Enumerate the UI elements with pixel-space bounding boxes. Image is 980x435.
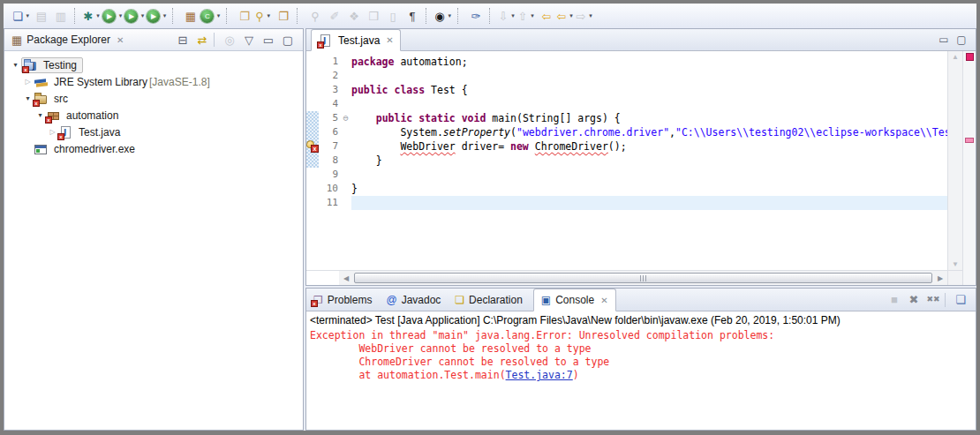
range-indicator[interactable] bbox=[306, 111, 319, 125]
mark-occurrences-button[interactable]: ✑ bbox=[466, 6, 486, 26]
link-with-editor-button[interactable]: ⇄ bbox=[192, 30, 212, 49]
user-button[interactable]: ◉▾ bbox=[434, 6, 454, 26]
error-line-marker[interactable] bbox=[965, 138, 974, 143]
scroll-right-icon[interactable]: ▶ bbox=[933, 274, 947, 282]
tree-item-src[interactable]: ▾xsrc bbox=[4, 90, 303, 107]
annotation-margin[interactable] bbox=[306, 55, 319, 69]
collapsed-arrow-icon[interactable]: ▷ bbox=[22, 78, 34, 86]
fold-margin bbox=[340, 83, 351, 97]
open-console-button[interactable]: ❏ bbox=[951, 290, 970, 310]
code-text[interactable] bbox=[351, 97, 947, 111]
dropdown-arrow-icon[interactable]: ▾ bbox=[586, 12, 594, 19]
code-text[interactable] bbox=[351, 69, 947, 83]
search-button[interactable]: ⚲▾ bbox=[254, 6, 274, 26]
tab-problems[interactable]: ❒xProblems bbox=[306, 289, 379, 311]
range-indicator[interactable] bbox=[306, 154, 319, 168]
error-lightbulb-icon[interactable]: x bbox=[306, 140, 319, 153]
code-token: WebDriver bbox=[400, 140, 455, 153]
code-text[interactable]: public static void main(String[] args) { bbox=[351, 111, 947, 125]
tree-item-automation[interactable]: ▾xautomation bbox=[4, 107, 303, 124]
expanded-arrow-icon[interactable]: ▾ bbox=[10, 61, 21, 69]
tab-javadoc[interactable]: @Javadoc bbox=[379, 289, 448, 311]
tab-declaration[interactable]: ❏Declaration bbox=[448, 289, 529, 311]
annotation-margin[interactable] bbox=[306, 182, 319, 196]
dropdown-arrow-icon[interactable]: ▾ bbox=[567, 12, 575, 19]
annotation-margin[interactable] bbox=[306, 83, 319, 97]
vertical-scrollbar[interactable]: ▲ ▼ bbox=[947, 51, 962, 270]
toolbar-separator bbox=[297, 8, 303, 24]
horizontal-scroll-thumb[interactable] bbox=[354, 273, 932, 283]
annotation-margin[interactable] bbox=[306, 196, 319, 210]
tree-item-chromedriver[interactable]: chromedriver.exe bbox=[4, 140, 303, 157]
maximize-button[interactable]: ▢ bbox=[953, 31, 970, 49]
code-text[interactable]: } bbox=[351, 182, 947, 196]
stack-trace-link[interactable]: Test.java:7 bbox=[506, 369, 573, 381]
annotation-margin[interactable] bbox=[306, 168, 319, 182]
range-indicator[interactable] bbox=[306, 125, 319, 139]
debug-button[interactable]: ✱▾ bbox=[83, 6, 102, 26]
code-text[interactable]: } bbox=[351, 154, 947, 168]
annotation-margin[interactable] bbox=[306, 69, 319, 83]
dropdown-arrow-icon[interactable]: ▾ bbox=[94, 12, 102, 19]
scroll-left-icon[interactable]: ◀ bbox=[339, 274, 353, 282]
forward-button[interactable]: ⇨▾ bbox=[576, 6, 595, 26]
run-button[interactable]: ▶▾ bbox=[102, 6, 124, 26]
tree-item-test-java[interactable]: ▷JxTest.java bbox=[4, 124, 303, 140]
minimize-button[interactable]: ▭ bbox=[935, 31, 953, 49]
dropdown-arrow-icon[interactable]: ▾ bbox=[24, 12, 32, 19]
tab-package-explorer[interactable]: ▦ Package Explorer ✕ bbox=[4, 29, 131, 50]
minimize-icon: ▭ bbox=[263, 34, 274, 47]
dropdown-arrow-icon[interactable]: ▾ bbox=[117, 12, 124, 19]
tree-item-jre-system-library[interactable]: ▷JRE System Library [JavaSE-1.8] bbox=[4, 73, 303, 90]
code-text[interactable] bbox=[351, 168, 947, 182]
back-button[interactable]: ⇦▾ bbox=[556, 6, 576, 26]
console-output[interactable]: <terminated> Test [Java Application] C:\… bbox=[306, 311, 976, 430]
open-task-button[interactable]: ❐ bbox=[235, 6, 254, 26]
fold-collapse-icon[interactable]: ⊖ bbox=[340, 111, 351, 125]
remove-launch-button[interactable]: ✖ bbox=[904, 290, 923, 310]
scroll-up-icon[interactable]: ▲ bbox=[952, 53, 959, 61]
back-icon: ⇦ bbox=[557, 10, 567, 23]
open-resource-button[interactable]: ❐ bbox=[274, 6, 293, 26]
new-java-class-button[interactable]: C▾ bbox=[200, 6, 222, 26]
dropdown-arrow-icon[interactable]: ▾ bbox=[139, 12, 147, 19]
close-icon[interactable]: ✕ bbox=[600, 296, 607, 305]
toolbar-separator bbox=[172, 8, 178, 24]
dropdown-arrow-icon[interactable]: ▾ bbox=[161, 12, 169, 19]
run-external-tools-button[interactable]: ▶▾ bbox=[147, 6, 169, 26]
tab-test-java[interactable]: Jx Test.java ✕ bbox=[311, 29, 401, 51]
code-editor[interactable]: 1package automation;23public class Test … bbox=[306, 51, 947, 270]
dropdown-arrow-icon[interactable]: ▾ bbox=[509, 12, 516, 19]
dropdown-arrow-icon[interactable]: ▾ bbox=[528, 12, 536, 19]
dropdown-arrow-icon[interactable]: ▾ bbox=[446, 12, 454, 19]
horizontal-scrollbar[interactable]: ◀ ▶ bbox=[306, 270, 947, 285]
run-coverage-button[interactable]: ▶▾ bbox=[124, 6, 147, 26]
new-java-package-button[interactable]: ▦ bbox=[181, 6, 200, 26]
code-line: 11 bbox=[306, 196, 947, 210]
maximize-button[interactable]: ▢ bbox=[278, 30, 298, 49]
code-text[interactable] bbox=[351, 196, 947, 210]
code-text[interactable]: public class Test { bbox=[351, 83, 947, 97]
collapse-all-button[interactable]: ⊟ bbox=[173, 30, 192, 49]
scroll-down-icon[interactable]: ▼ bbox=[952, 260, 959, 268]
toolbar-separator bbox=[457, 8, 464, 24]
view-menu-button[interactable]: ▽ bbox=[239, 30, 259, 49]
code-text[interactable]: System.setProperty("webdriver.chrome.dri… bbox=[351, 125, 947, 139]
remove-all-terminated-button[interactable]: ✖✖ bbox=[923, 290, 943, 310]
close-icon[interactable]: ✕ bbox=[386, 35, 393, 45]
tab-console[interactable]: ▣Console✕ bbox=[533, 289, 616, 311]
range-indicator[interactable]: x bbox=[306, 139, 319, 154]
close-icon[interactable]: ✕ bbox=[117, 35, 124, 45]
code-text[interactable]: package automation; bbox=[351, 55, 947, 69]
last-edit-location-button[interactable]: ⇦ bbox=[537, 6, 556, 26]
show-whitespace-button[interactable]: ¶ bbox=[403, 6, 422, 26]
annotation-margin[interactable] bbox=[306, 97, 319, 111]
new-button[interactable]: ❏▾ bbox=[12, 6, 32, 26]
dropdown-arrow-icon[interactable]: ▾ bbox=[265, 12, 273, 19]
code-text[interactable]: WebDriver driver= new ChromeDriver(); bbox=[351, 139, 947, 154]
tree-item-testing[interactable]: ▾JxTesting bbox=[4, 56, 303, 73]
error-overview-indicator[interactable] bbox=[966, 53, 974, 61]
fold-margin bbox=[340, 139, 351, 154]
minimize-button[interactable]: ▭ bbox=[259, 30, 278, 49]
dropdown-arrow-icon[interactable]: ▾ bbox=[215, 12, 222, 19]
